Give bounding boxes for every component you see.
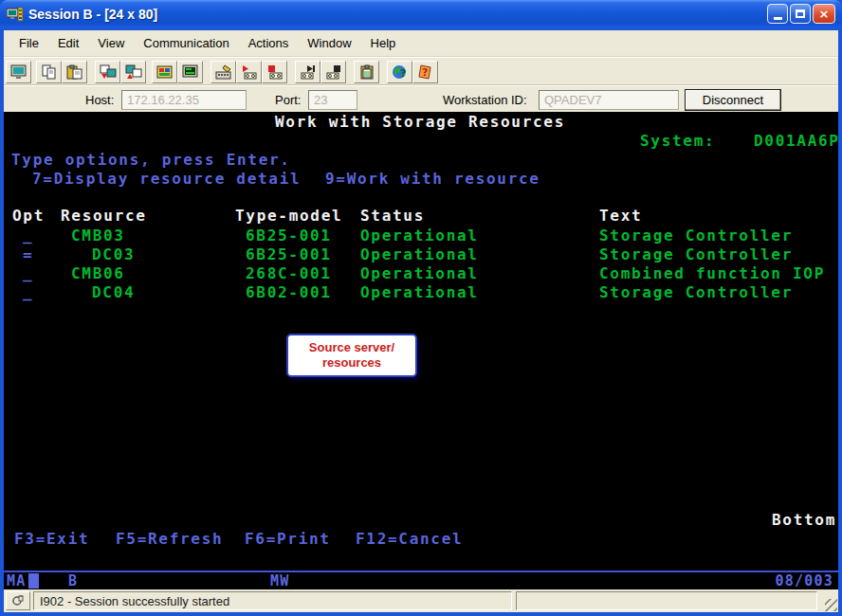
resource-cell: CMB06: [71, 264, 125, 283]
record-macro-stop-button[interactable]: [262, 61, 287, 83]
keyboard-setup-icon: [215, 64, 232, 80]
copy-icon: [41, 64, 58, 80]
option-7: 7=Display resource detail: [32, 170, 301, 189]
internet-help-button[interactable]: ?: [387, 61, 412, 83]
opt-field-cursor[interactable]: =: [23, 245, 33, 264]
text-cell: Storage Controller: [599, 245, 793, 264]
type-model-cell: 6B02-001: [246, 283, 332, 302]
text-cell: Storage Controller: [599, 226, 793, 245]
workstation-id-input[interactable]: [539, 90, 679, 110]
status-cell: Operational: [360, 264, 479, 283]
paste-icon: [66, 64, 83, 80]
send-file-icon: [100, 64, 117, 80]
connection-bar: Host: Port: Workstation ID: Disconnect: [4, 85, 838, 112]
new-session-icon: [10, 64, 27, 80]
color-mapping-button[interactable]: [152, 61, 177, 83]
close-button[interactable]: ×: [813, 4, 835, 24]
play-macro-button[interactable]: [295, 61, 320, 83]
menu-communication[interactable]: Communication: [134, 33, 238, 54]
terminal-screen[interactable]: Work with Storage Resources System: D001…: [4, 112, 838, 571]
internet-help-icon: ?: [392, 64, 409, 80]
type-model-cell: 6B25-001: [246, 226, 332, 245]
menu-actions[interactable]: Actions: [239, 33, 299, 54]
type-model-cell: 6B25-001: [246, 245, 332, 264]
status-pane-secondary: [516, 591, 817, 610]
system-value: D001AA6P: [754, 132, 840, 151]
resource-cell: DC03: [92, 245, 135, 264]
option-9: 9=Work with resource: [325, 170, 540, 189]
system-label: System:: [640, 132, 715, 151]
col-header-resource: Resource: [61, 207, 147, 226]
screen-title: Work with Storage Resources: [275, 113, 565, 132]
maximize-icon: [796, 9, 805, 18]
menu-help[interactable]: Help: [361, 33, 406, 54]
color-mapping-icon: [156, 64, 174, 80]
paste-button[interactable]: [62, 61, 87, 83]
status-cell: Operational: [360, 226, 479, 245]
oia-cursor-position: 08/003: [776, 572, 833, 589]
emulator-window: Session B - [24 x 80] × File Edit View C…: [0, 0, 842, 616]
col-header-status: Status: [360, 207, 425, 226]
minimize-button[interactable]: [767, 4, 788, 24]
instruction-line: Type options, press Enter.: [11, 151, 291, 170]
clipboard-icon: [358, 64, 375, 80]
fkey-f3: F3=Exit: [14, 530, 89, 549]
opt-field[interactable]: _: [23, 264, 33, 283]
opt-field[interactable]: _: [23, 283, 33, 302]
col-header-text: Text: [599, 207, 642, 226]
record-macro-start-icon: [241, 64, 258, 80]
receive-file-icon: [125, 64, 142, 80]
window-title: Session B - [24 x 80]: [28, 7, 157, 22]
session-app-icon: [7, 7, 24, 22]
record-macro-stop-icon: [266, 64, 284, 80]
close-icon: ×: [819, 7, 830, 21]
minimize-icon: [774, 17, 782, 20]
keyboard-setup-button[interactable]: [210, 61, 236, 83]
menu-window[interactable]: Window: [298, 33, 360, 54]
oia-session-id: B: [68, 572, 78, 589]
resize-grip[interactable]: [825, 599, 837, 611]
host-input[interactable]: [121, 90, 247, 110]
svg-text:?: ?: [422, 66, 428, 79]
port-input[interactable]: [308, 90, 357, 110]
quit-macro-button[interactable]: [320, 61, 346, 83]
disconnect-button[interactable]: Disconnect: [685, 89, 781, 111]
menu-file[interactable]: File: [9, 33, 48, 54]
clipboard-button[interactable]: [354, 61, 379, 83]
fkey-f12: F12=Cancel: [356, 530, 463, 549]
resource-cell: CMB03: [71, 226, 125, 245]
operator-information-area: MA B MW 08/003: [4, 572, 838, 589]
status-bar: I902 - Session successfully started: [4, 589, 838, 612]
opt-field[interactable]: _: [23, 226, 33, 245]
annotation-callout: Source server/ resources: [286, 334, 417, 377]
maximize-button[interactable]: [790, 4, 811, 24]
record-macro-start-button[interactable]: [236, 61, 262, 83]
resource-cell: DC04: [92, 283, 135, 302]
display-setup-button[interactable]: [177, 61, 203, 83]
connection-status-icon: [6, 591, 30, 610]
oia-cursor-block: [28, 573, 39, 589]
menu-view[interactable]: View: [88, 33, 134, 54]
receive-file-button[interactable]: [120, 61, 146, 83]
workstation-id-label: Workstation ID:: [443, 93, 527, 107]
bottom-indicator: Bottom: [772, 511, 836, 530]
toolbar: ? ?: [4, 57, 838, 85]
title-bar[interactable]: Session B - [24 x 80] ×: [0, 0, 842, 28]
host-label: Host:: [85, 93, 114, 107]
col-header-type-model: Type-model: [235, 207, 342, 226]
new-session-button[interactable]: [6, 61, 31, 83]
send-file-button[interactable]: [95, 61, 120, 83]
svg-text:?: ?: [400, 67, 406, 80]
copy-button[interactable]: [36, 61, 62, 83]
oia-message-wait: MW: [270, 572, 289, 589]
menu-bar: File Edit View Communication Actions Win…: [4, 30, 838, 57]
col-header-opt: Opt: [12, 207, 45, 226]
text-cell: Storage Controller: [599, 283, 793, 302]
port-label: Port:: [275, 93, 301, 107]
menu-edit[interactable]: Edit: [48, 33, 88, 54]
annotation-line2: resources: [322, 355, 381, 371]
quit-macro-icon: [325, 64, 342, 80]
help-index-button[interactable]: ?: [412, 61, 438, 83]
status-cell: Operational: [360, 283, 479, 302]
text-cell: Combined function IOP: [599, 264, 825, 283]
